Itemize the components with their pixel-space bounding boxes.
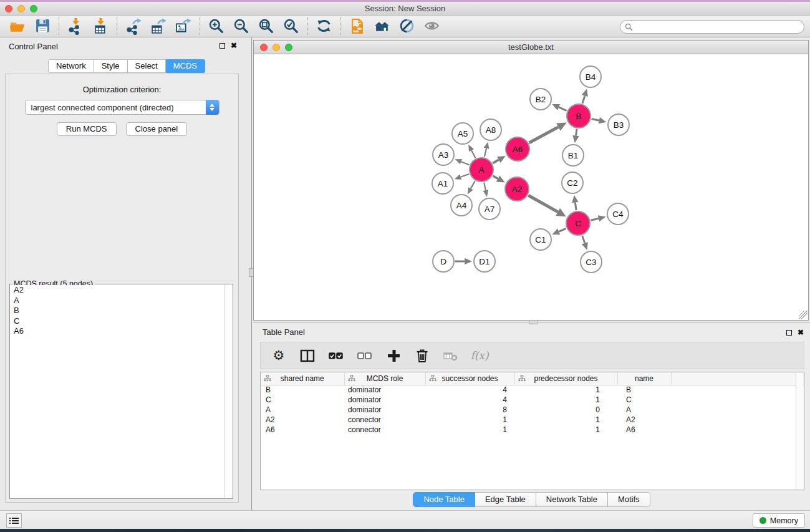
cell[interactable]: A6 — [261, 425, 344, 435]
trash-icon[interactable] — [414, 347, 430, 364]
node-C3[interactable]: C3 — [581, 251, 602, 273]
import-network-button[interactable] — [63, 17, 88, 36]
edge-B-B4[interactable] — [582, 89, 588, 104]
edge-C-C2[interactable] — [572, 195, 578, 210]
network-minimize-button[interactable] — [272, 44, 280, 51]
node-A5[interactable]: A5 — [452, 123, 473, 144]
cell[interactable]: 4 — [425, 395, 514, 405]
cell[interactable]: 4 — [425, 385, 514, 395]
edge-A-A2[interactable] — [493, 176, 504, 183]
cell[interactable]: A2 — [617, 415, 671, 425]
node-B[interactable]: B — [567, 104, 591, 128]
edge-B-B2[interactable] — [552, 104, 567, 110]
node-A4[interactable]: A4 — [451, 195, 472, 216]
document-network-button[interactable] — [345, 17, 370, 36]
network-zoom-button[interactable] — [285, 44, 292, 51]
cell[interactable]: B — [261, 385, 344, 395]
node-C2[interactable]: C2 — [562, 172, 583, 193]
eye-button[interactable] — [420, 17, 445, 36]
edge-A-A7[interactable] — [483, 183, 488, 197]
cell[interactable]: 1 — [514, 425, 617, 435]
unchecked-pair-icon[interactable] — [357, 347, 373, 364]
table-row[interactable]: Cdominator41C — [261, 395, 804, 405]
result-item[interactable]: A6 — [11, 326, 224, 337]
edge-A-A6[interactable] — [493, 156, 506, 163]
horizontal-splitter[interactable] — [253, 322, 810, 322]
tab-node-table[interactable]: Node Table — [413, 492, 475, 507]
column-header-MCDS-role[interactable]: MCDS role — [344, 372, 425, 385]
close-panel-icon[interactable]: ✖ — [798, 329, 804, 336]
node-A6[interactable]: A6 — [506, 137, 529, 161]
edge-A-A4[interactable] — [468, 181, 475, 194]
node-A[interactable]: A — [470, 158, 493, 181]
node-D1[interactable]: D1 — [474, 251, 495, 272]
cell[interactable]: dominator — [344, 385, 425, 395]
export-table-button[interactable] — [146, 17, 171, 36]
table-row[interactable]: A2connector11A2 — [261, 415, 804, 425]
node-B4[interactable]: B4 — [580, 66, 601, 87]
edge-C-C3[interactable] — [582, 236, 588, 250]
table-row[interactable]: Adominator80A — [261, 405, 804, 415]
cell[interactable]: 1 — [425, 425, 514, 435]
cell[interactable]: A — [261, 405, 344, 415]
node-A3[interactable]: A3 — [433, 144, 454, 165]
cell[interactable]: 1 — [425, 415, 514, 425]
edge-C-C1[interactable] — [552, 228, 566, 235]
float-panel-icon[interactable] — [219, 43, 225, 49]
tab-network-table[interactable]: Network Table — [536, 492, 608, 507]
result-item[interactable]: A — [11, 296, 224, 306]
tab-select[interactable]: Select — [128, 59, 166, 73]
checked-pair-icon[interactable] — [328, 347, 344, 364]
table-row[interactable]: Bdominator41B — [261, 385, 804, 395]
edge-A-A3[interactable] — [455, 159, 470, 165]
tab-motifs[interactable]: Motifs — [608, 492, 650, 507]
cell[interactable]: 8 — [425, 405, 514, 415]
node-A7[interactable]: A7 — [479, 198, 500, 220]
search-field[interactable] — [620, 20, 804, 34]
edge-A-A5[interactable] — [468, 145, 475, 158]
column-header-successor-nodes[interactable]: successor nodes — [425, 372, 514, 385]
tab-edge-table[interactable]: Edge Table — [475, 492, 536, 507]
edge-B-B3[interactable] — [592, 117, 607, 123]
cell[interactable]: connector — [344, 425, 425, 435]
node-B1[interactable]: B1 — [562, 145, 584, 166]
zoom-out-button[interactable] — [229, 17, 254, 36]
zoom-selected-button[interactable] — [279, 17, 304, 36]
close-panel-button[interactable]: Close panel — [126, 122, 188, 136]
cell[interactable]: C — [261, 395, 344, 405]
edge-A2-C[interactable] — [528, 195, 566, 216]
tab-network[interactable]: Network — [48, 59, 94, 73]
refresh-button[interactable] — [312, 17, 337, 36]
cell[interactable]: B — [617, 385, 671, 395]
cell[interactable]: A2 — [261, 415, 344, 425]
cell[interactable]: 1 — [514, 395, 617, 405]
cell[interactable]: dominator — [344, 405, 425, 415]
double-home-button[interactable] — [370, 17, 395, 36]
cell[interactable]: A6 — [617, 425, 671, 435]
column-header-name[interactable]: name — [617, 372, 671, 385]
cell[interactable]: dominator — [344, 395, 425, 405]
memory-button[interactable]: Memory — [753, 513, 805, 528]
search-input[interactable] — [633, 21, 804, 32]
edge-A6-B[interactable] — [529, 122, 566, 143]
cell[interactable]: connector — [344, 415, 425, 425]
run-mcds-button[interactable]: Run MCDS — [57, 122, 117, 136]
result-item[interactable]: A2 — [11, 285, 224, 296]
window-resize-grip[interactable] — [799, 311, 808, 319]
result-scrollbar[interactable] — [224, 285, 232, 498]
node-C4[interactable]: C4 — [607, 203, 629, 225]
table-scrollbar[interactable] — [796, 373, 803, 489]
column-header-predecessor-nodes[interactable]: predecessor nodes — [514, 372, 617, 385]
open-folder-button[interactable] — [5, 17, 30, 36]
network-close-button[interactable] — [260, 44, 268, 51]
column-view-icon[interactable] — [299, 347, 316, 364]
zoom-in-button[interactable] — [204, 17, 229, 36]
node-A2[interactable]: A2 — [505, 177, 529, 201]
edge-C-C4[interactable] — [591, 215, 605, 221]
node-D[interactable]: D — [433, 251, 454, 272]
splitter-handle[interactable] — [529, 320, 538, 324]
close-panel-icon[interactable]: ✖ — [231, 42, 237, 49]
export-network-button[interactable] — [121, 17, 146, 36]
node-A1[interactable]: A1 — [432, 173, 453, 194]
node-B3[interactable]: B3 — [608, 114, 629, 135]
